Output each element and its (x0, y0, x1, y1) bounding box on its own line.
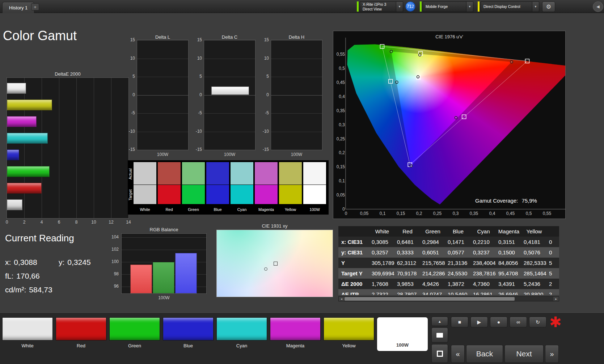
actual-swatch (303, 162, 326, 185)
delta-grid-line (204, 95, 255, 96)
table-cell-partial: 2 (547, 279, 556, 289)
back-button[interactable]: Back (466, 345, 503, 363)
cie-x-tick: 0,45 (506, 211, 516, 216)
deltae-bar-green (7, 166, 50, 177)
pattern-button-cyan[interactable]: Cyan (216, 317, 267, 351)
target-row-label: Target (128, 186, 133, 204)
pattern-label: Magenta (270, 343, 321, 348)
reading-x: x:0,3088 (5, 258, 40, 267)
actual-swatch (134, 162, 156, 185)
actual-row-label: Actual (128, 163, 133, 185)
deltae-x-tick: 4 (37, 220, 47, 225)
add-tab-button[interactable]: + (31, 3, 39, 10)
table-cell: 0,5076 (521, 247, 547, 258)
deltae-grid-line (94, 78, 94, 218)
settings-button[interactable]: ⚙ (542, 1, 555, 12)
loop-button[interactable]: ∞ (510, 317, 527, 327)
rgb-balance-yticks: 1041021009896 (108, 233, 120, 294)
delta-grid-line (271, 77, 322, 77)
loop-icon: ∞ (516, 319, 520, 325)
calman-asterisk-button[interactable]: ✱ (549, 314, 562, 330)
display-status-indicator (478, 1, 480, 12)
fullscreen-pattern-button[interactable] (431, 344, 448, 363)
table-cell: 70,9178 (395, 268, 420, 279)
rgb-bar-red (130, 264, 152, 293)
pattern-button-red[interactable]: Red (56, 317, 106, 351)
delta-grid-line (137, 59, 188, 59)
actual-swatch (279, 162, 302, 185)
delta-y-tick: -10 (193, 129, 202, 134)
pattern-button-white[interactable]: White (2, 317, 53, 351)
table-scrollbar[interactable]: ◂ ▸ (338, 296, 559, 301)
measurement-count-badge[interactable]: 712 (405, 1, 415, 12)
delta-grid-line (271, 150, 322, 150)
play-button[interactable]: ▶ (470, 317, 488, 327)
delta-grid-line (204, 40, 255, 41)
reading-x-label: x: (5, 258, 11, 266)
pattern-button-blue[interactable]: Blue (163, 317, 214, 351)
table-cell: 10,5460 (445, 289, 471, 295)
skip-forward-button[interactable]: » (545, 345, 559, 363)
delta-grid-line (137, 150, 188, 150)
chevron-down-icon[interactable]: ▼ (396, 2, 403, 12)
delta-grid-line (204, 77, 255, 77)
pattern-button-green[interactable]: Green (109, 317, 160, 351)
delta-y-tick: -15 (259, 147, 269, 152)
row-label: ΔE ITP (338, 289, 369, 295)
pattern-source-label: Mobile Forge (423, 4, 466, 9)
cie-y-tick: 0,15 (334, 164, 345, 169)
pattern-swatch (324, 317, 374, 340)
pattern-button-magenta[interactable]: Magenta (270, 317, 321, 351)
pattern-label: Red (56, 343, 106, 348)
table-row: ΔE ITP2,732228,780734,074710,546016,2861… (338, 289, 559, 295)
results-table: WhiteRedGreenBlueCyanMagentaYellowx: CIE… (338, 226, 559, 295)
table-cell: 62,3112 (395, 258, 420, 268)
cie-y-tick: 0,25 (334, 136, 345, 141)
pattern-button-yellow[interactable]: Yellow (324, 317, 374, 351)
measure-button[interactable]: ● (490, 317, 507, 327)
target-swatch (134, 185, 156, 204)
next-button[interactable]: Next (504, 345, 544, 363)
delta-grid-line (204, 113, 255, 114)
table-cell: 0,3085 (369, 237, 395, 247)
deltae-x-tick: 6 (54, 220, 64, 225)
chevron-down-icon[interactable]: ▼ (532, 2, 539, 12)
measure-icon: ● (497, 319, 500, 325)
delta-y-tick: -15 (193, 147, 202, 152)
cie1931-title: CIE 1931 xy (216, 223, 333, 229)
history-tab[interactable]: History 1 (2, 2, 34, 13)
refresh-button[interactable]: ↻ (529, 317, 546, 327)
table-cell: 1,3872 (445, 279, 471, 289)
cie-y-tick: 0,4 (334, 94, 345, 99)
cie-x-tick: 0,35 (469, 211, 479, 216)
cie-x-tick: 0,3 (451, 211, 461, 216)
pattern-up-button[interactable]: ▲ (431, 317, 448, 326)
meter-dropdown[interactable]: X-Rite i1Pro 3 Direct View ▼ (360, 1, 403, 12)
delta-h-xlabel: 100W (271, 152, 322, 157)
collapse-panel-button[interactable]: ◀ (593, 1, 603, 12)
skip-back-button[interactable]: « (451, 345, 465, 363)
table-cell: 0,0577 (445, 247, 471, 258)
source-status-indicator (420, 1, 422, 12)
pattern-button-100w[interactable]: 100W (377, 317, 428, 351)
cie1976-panel: CIE 1976 u'v' 00,050,10,150,20,250,30,35… (333, 31, 566, 219)
rgb-grid-line (122, 250, 206, 250)
display-control-dropdown[interactable]: Direct Display Control ▼ (481, 1, 539, 12)
target-swatch (158, 185, 181, 204)
chevron-down-icon[interactable]: ▼ (466, 2, 473, 12)
cie-y-tick: 0,55 (334, 52, 345, 57)
stop-button[interactable]: ■ (451, 317, 468, 327)
pattern-source-dropdown[interactable]: Mobile Forge ▼ (423, 1, 473, 12)
table-cell: 24,5530 (445, 268, 471, 279)
reading-y-label: y: (59, 258, 64, 266)
scrollbar-thumb[interactable] (345, 297, 515, 301)
pattern-window-button[interactable] (431, 327, 448, 343)
table-cell: 0,2210 (471, 237, 496, 247)
rgb-balance-title: RGB Balance (121, 227, 207, 232)
scroll-right-arrow[interactable]: ▸ (553, 297, 559, 301)
table-cell: 20,8800 (521, 289, 547, 295)
table-cell: 238,7816 (471, 268, 496, 279)
scroll-left-arrow[interactable]: ◂ (339, 297, 344, 301)
table-cell: 309,6994 (369, 268, 395, 279)
deltae-bar-magenta (7, 116, 37, 127)
